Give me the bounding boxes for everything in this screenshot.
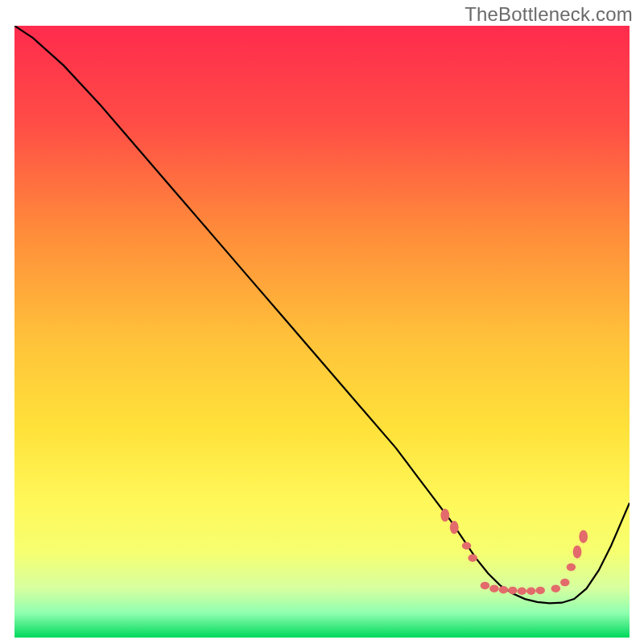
optimal-marker: [499, 586, 509, 594]
optimal-marker: [567, 564, 576, 572]
gradient-background: [14, 26, 630, 638]
optimal-marker: [481, 582, 490, 590]
optimal-marker: [489, 584, 499, 592]
chart-svg: [14, 26, 630, 638]
watermark-label: TheBottleneck.com: [464, 3, 633, 26]
optimal-marker: [440, 509, 449, 522]
optimal-marker: [450, 521, 459, 534]
optimal-marker: [468, 554, 477, 562]
optimal-marker: [518, 587, 527, 595]
optimal-marker: [535, 587, 545, 595]
optimal-marker: [573, 546, 582, 559]
optimal-marker: [551, 584, 561, 592]
optimal-marker: [462, 542, 472, 550]
optimal-marker: [560, 579, 570, 587]
optimal-marker: [579, 530, 588, 543]
optimal-marker: [526, 587, 536, 595]
optimal-marker: [508, 587, 518, 595]
bottleneck-chart: [14, 26, 630, 638]
